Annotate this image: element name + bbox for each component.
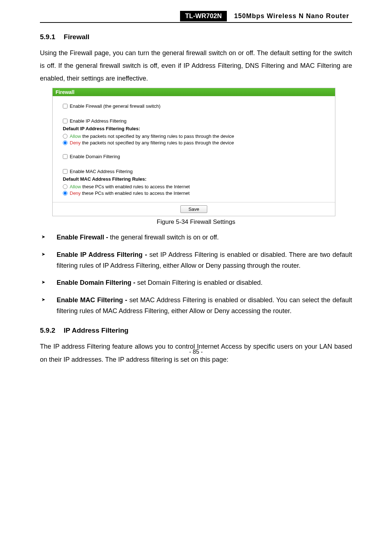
enable-firewall-label: Enable Firewall (the general firewall sw… [70, 103, 160, 109]
enable-domain-filtering-label: Enable Domain Filtering [70, 154, 120, 159]
section-number: 5.9.1 [40, 33, 55, 41]
section-title: Firewall [64, 33, 90, 41]
ip-allow-radio[interactable] [63, 134, 68, 139]
save-button[interactable]: Save [180, 205, 207, 213]
firewall-panel: Firewall Enable Firewall (the general fi… [52, 88, 335, 216]
firewall-panel-title: Firewall [53, 88, 335, 96]
ip-rules-heading: Default IP Address Filtering Rules: [63, 126, 335, 131]
header-rule [40, 22, 352, 23]
ip-allow-label: Allow the packets not specified by any f… [70, 134, 234, 139]
enable-ip-filtering-label: Enable IP Address Filtering [70, 118, 127, 124]
ip-deny-label: Deny the packets not specified by any fi… [70, 140, 234, 145]
mac-deny-label: Deny these PCs with enabled rules to acc… [70, 190, 189, 196]
feature-list: Enable Firewall - the general firewall s… [40, 232, 352, 316]
section-5-9-1-heading: 5.9.1 Firewall [40, 33, 352, 41]
bullet-enable-domain-filtering: Enable Domain Filtering - set Domain Fil… [40, 278, 352, 288]
mac-rules-heading: Default MAC Address Filtering Rules: [63, 176, 335, 182]
page-number: - 85 - [0, 349, 392, 355]
ip-deny-radio[interactable] [63, 140, 68, 145]
section-5-9-2-heading: 5.9.2 IP Address Filtering [40, 327, 352, 335]
section-5-9-1-paragraph: Using the Firewall page, you can turn th… [40, 47, 352, 85]
bullet-enable-mac-filtering: Enable MAC Filtering - set MAC Address F… [40, 295, 352, 316]
section-title: IP Address Filtering [64, 327, 128, 334]
section-number: 5.9.2 [40, 327, 55, 334]
enable-firewall-checkbox[interactable] [63, 104, 68, 108]
device-title: 150Mbps Wireless N Nano Router [227, 11, 352, 21]
enable-ip-filtering-checkbox[interactable] [63, 119, 68, 123]
enable-mac-filtering-label: Enable MAC Address Filtering [70, 169, 132, 174]
mac-allow-label: Allow these PCs with enabled rules to ac… [70, 184, 190, 189]
mac-allow-radio[interactable] [63, 184, 68, 189]
enable-mac-filtering-checkbox[interactable] [63, 169, 68, 174]
enable-domain-filtering-checkbox[interactable] [63, 154, 68, 159]
figure-caption: Figure 5-34 Firewall Settings [40, 218, 352, 226]
mac-deny-radio[interactable] [63, 191, 68, 196]
device-model: TL-WR702N [180, 11, 227, 21]
bullet-enable-ip-filtering: Enable IP Address Filtering - set IP Add… [40, 250, 352, 271]
page-header: TL-WR702N 150Mbps Wireless N Nano Router [40, 11, 352, 23]
bullet-enable-firewall: Enable Firewall - the general firewall s… [40, 232, 352, 243]
